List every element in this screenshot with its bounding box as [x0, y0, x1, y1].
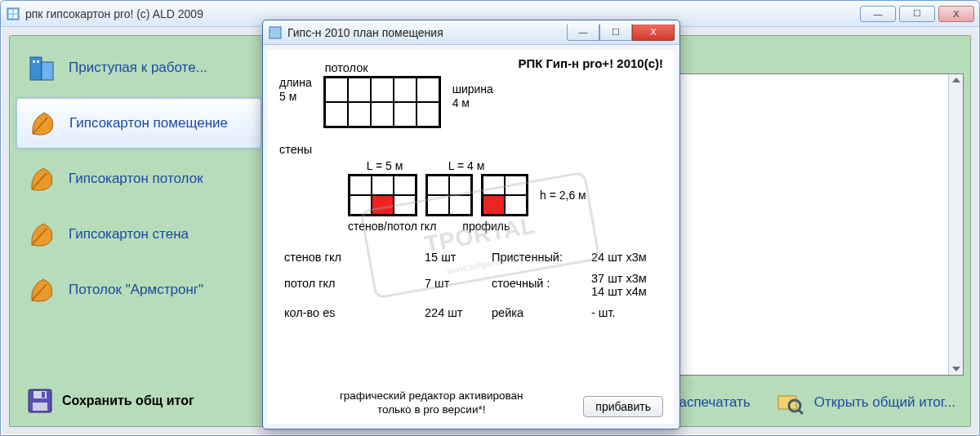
dialog-footer: графический редактор активировантолько в…: [279, 389, 663, 417]
sidebar: Приступая к работе... Гипсокартон помеще…: [16, 42, 261, 420]
print-label: Распечатать: [670, 394, 751, 411]
close-button[interactable]: X: [938, 6, 974, 22]
sidebar-item-start[interactable]: Приступая к работе...: [16, 42, 261, 93]
wall-seg2: L = 4 м: [430, 159, 503, 172]
sidebar-item-label: Гипсокартон стена: [69, 226, 189, 242]
wall-seg1: L = 5 м: [348, 159, 421, 172]
wall-height: h = 2,6 м: [535, 189, 586, 202]
scroll-up-icon[interactable]: [952, 78, 960, 82]
plan-dialog: Гипс-н 2010 план помещения — ☐ X РПК Гип…: [262, 20, 680, 429]
sidebar-item-wall[interactable]: Гипсокартон стена: [16, 209, 261, 260]
sidebar-item-label: Потолок "Армстронг": [69, 282, 203, 298]
svg-line-19: [799, 410, 803, 414]
svg-rect-20: [270, 27, 281, 38]
scroll-down-icon[interactable]: [952, 367, 960, 371]
app-icon: [268, 25, 283, 40]
window-controls: — ☐ X: [860, 6, 974, 22]
leaf-icon: [26, 162, 59, 195]
dialog-controls: — ☐ X: [567, 24, 675, 41]
app-icon: [6, 7, 20, 21]
sidebar-item-label: Приступая к работе...: [69, 60, 207, 76]
svg-rect-12: [42, 392, 45, 398]
save-total-label: Сохранить общ итог: [62, 394, 194, 408]
svg-rect-3: [9, 15, 12, 18]
results-table: стенов гкл 15 шт Пристенный: 24 шт x3м п…: [279, 246, 663, 324]
dialog-titlebar[interactable]: Гипс-н 2010 план помещения — ☐ X: [263, 20, 679, 45]
walls-sub2: профиль: [462, 220, 510, 233]
table-row: стенов гкл 15 шт Пристенный: 24 шт x3м: [281, 247, 662, 267]
svg-rect-6: [42, 62, 53, 80]
save-total-button[interactable]: Сохранить общ итог: [16, 382, 261, 420]
scrollbar[interactable]: [948, 74, 963, 375]
walls-label: стены: [279, 143, 312, 156]
length-dimension: длина 5 м: [279, 58, 312, 104]
sidebar-item-label: Гипсокартон помещение: [69, 115, 228, 131]
open-total-button[interactable]: Открыть общий итог...: [775, 389, 956, 416]
magnifier-icon: [775, 389, 806, 416]
ceiling-grid: [323, 76, 441, 128]
svg-rect-2: [14, 10, 17, 13]
width-dimension: ширина 4 м: [452, 58, 493, 110]
svg-rect-1: [9, 10, 12, 13]
leaf-icon: [26, 218, 59, 251]
walls-diagram: [348, 174, 528, 216]
leaf-icon: [26, 274, 59, 306]
maximize-button[interactable]: ☐: [899, 6, 935, 22]
svg-rect-5: [30, 57, 42, 80]
buildings-icon: [26, 51, 59, 84]
walls-sub1: стенов/потол гкл: [348, 220, 436, 233]
svg-rect-17: [778, 396, 796, 409]
brand-label: РПК Гип-н pro+! 2010(с)!: [518, 56, 663, 70]
sidebar-item-label: Гипсокартон потолок: [69, 171, 203, 187]
sidebar-item-armstrong[interactable]: Потолок "Армстронг": [16, 265, 261, 315]
floppy-icon: [26, 387, 54, 415]
svg-rect-8: [37, 60, 39, 63]
minimize-button[interactable]: —: [860, 6, 896, 22]
ceiling-label: потолок: [325, 61, 441, 74]
sidebar-item-ceiling[interactable]: Гипсокартон потолок: [16, 153, 261, 204]
dialog-minimize-button[interactable]: —: [567, 24, 599, 41]
open-total-label: Открыть общий итог...: [814, 394, 956, 411]
dialog-body: РПК Гип-н pro+! 2010(с)! длина 5 м потол…: [268, 50, 675, 424]
dialog-close-button[interactable]: X: [632, 24, 675, 41]
dialog-title: Гипс-н 2010 план помещения: [287, 26, 443, 39]
svg-rect-7: [33, 60, 35, 63]
sidebar-item-room[interactable]: Гипсокартон помещение: [16, 98, 261, 149]
add-button[interactable]: прибавить: [583, 396, 663, 417]
footer-note: графический редактор активировантолько в…: [279, 389, 583, 417]
table-row: потол гкл 7 шт стоечный : 37 шт x3м14 шт…: [281, 269, 662, 301]
leaf-icon: [27, 107, 60, 140]
svg-rect-4: [14, 15, 17, 18]
svg-rect-11: [33, 403, 47, 411]
table-row: кол-во es 224 шт рейка - шт.: [281, 303, 662, 323]
dialog-maximize-button[interactable]: ☐: [599, 24, 632, 41]
main-title: рпк гипсокартон pro! (c) ALD 2009: [25, 7, 203, 20]
